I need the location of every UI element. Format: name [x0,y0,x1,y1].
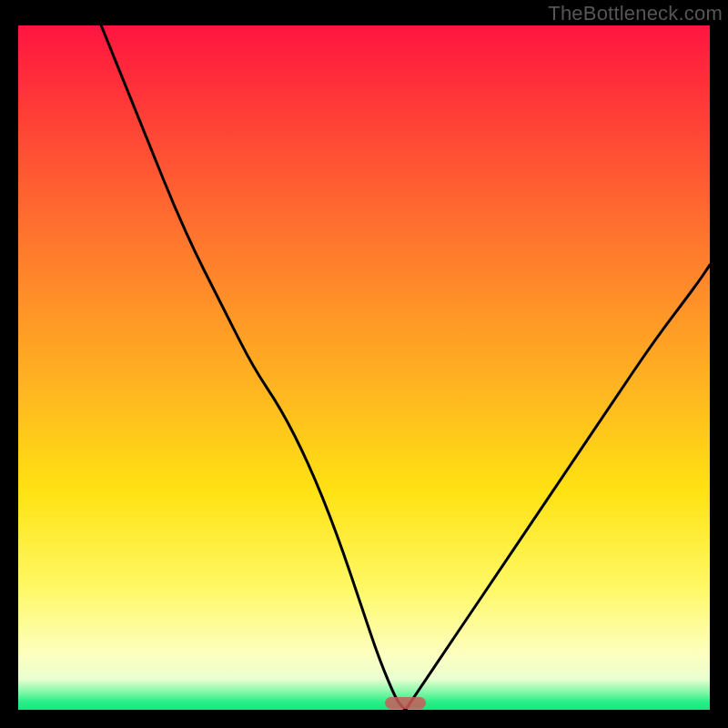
curve-left-branch [101,25,405,710]
watermark-text: TheBottleneck.com [548,2,723,25]
bottleneck-marker-pill [385,697,427,709]
bottleneck-curve [18,25,710,710]
chart-frame: TheBottleneck.com [0,0,728,728]
curve-right-branch [406,265,710,710]
plot-area [18,25,710,710]
